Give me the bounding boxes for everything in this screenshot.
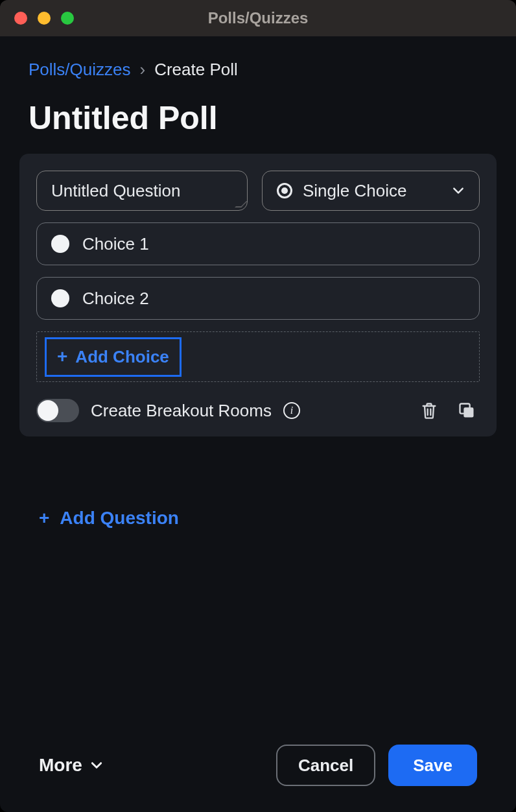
traffic-lights [0, 12, 74, 25]
radio-icon [51, 235, 69, 253]
window-title: Polls/Quizzes [0, 9, 516, 27]
question-title-input[interactable] [36, 171, 248, 211]
window: Polls/Quizzes Polls/Quizzes › Create Pol… [0, 0, 516, 812]
chevron-down-icon [90, 759, 103, 772]
content-area: Polls/Quizzes › Create Poll Untitled Pol… [0, 36, 516, 812]
cancel-button[interactable]: Cancel [276, 745, 375, 786]
add-question-button[interactable]: + Add Question [19, 436, 179, 529]
footer-bar: More Cancel Save [19, 745, 497, 812]
page-title[interactable]: Untitled Poll [19, 80, 497, 154]
delete-question-button[interactable] [416, 398, 442, 424]
radio-selected-icon [277, 183, 292, 198]
breakout-rooms-toggle[interactable] [36, 399, 79, 422]
save-button[interactable]: Save [388, 745, 477, 786]
question-title-wrap [36, 171, 248, 211]
copy-icon [458, 401, 476, 420]
more-label: More [39, 755, 82, 776]
maximize-window-button[interactable] [61, 12, 74, 25]
choice-row[interactable]: Choice 1 [36, 222, 480, 265]
svg-rect-1 [463, 407, 473, 417]
chevron-down-icon [452, 184, 465, 197]
radio-icon [51, 289, 69, 307]
duplicate-question-button[interactable] [454, 398, 480, 424]
breadcrumb-current: Create Poll [154, 60, 238, 80]
plus-icon: + [39, 509, 49, 527]
add-choice-label: Add Choice [75, 347, 169, 367]
close-window-button[interactable] [14, 12, 27, 25]
question-header-row: Single Choice [36, 171, 480, 211]
breakout-rooms-label: Create Breakout Rooms [91, 401, 272, 421]
add-choice-button[interactable]: + Add Choice [45, 337, 182, 377]
question-type-select[interactable]: Single Choice [262, 171, 480, 211]
plus-icon: + [57, 348, 67, 366]
toggle-knob [38, 400, 58, 421]
add-choice-slot: + Add Choice [36, 331, 480, 382]
titlebar: Polls/Quizzes [0, 0, 516, 36]
question-footer-row: Create Breakout Rooms i [36, 394, 480, 424]
choice-label: Choice 2 [82, 289, 149, 309]
trash-icon [420, 401, 438, 420]
choice-row[interactable]: Choice 2 [36, 277, 480, 320]
question-type-label: Single Choice [303, 181, 441, 201]
add-question-label: Add Question [60, 508, 179, 529]
choice-label: Choice 1 [82, 234, 149, 254]
info-icon[interactable]: i [283, 402, 300, 419]
question-card: Single Choice Choice 1 Choice 2 + Add Ch… [19, 154, 497, 436]
minimize-window-button[interactable] [38, 12, 51, 25]
chevron-right-icon: › [140, 60, 146, 80]
more-menu-button[interactable]: More [39, 755, 103, 776]
breadcrumb: Polls/Quizzes › Create Poll [19, 56, 497, 80]
breadcrumb-root-link[interactable]: Polls/Quizzes [29, 60, 131, 80]
